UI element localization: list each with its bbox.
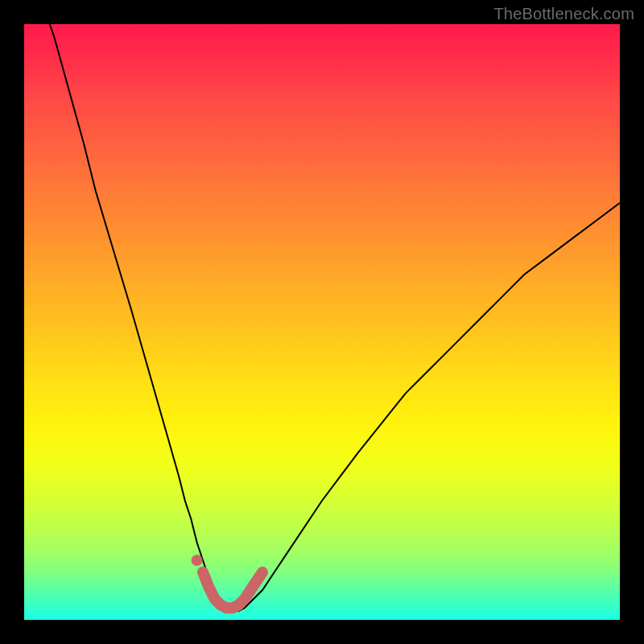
marker-dot-icon (192, 555, 203, 566)
chart-svg (24, 24, 620, 620)
chart-frame: TheBottleneck.com (0, 0, 644, 644)
bottleneck-marker (203, 572, 262, 608)
plot-area (24, 24, 620, 620)
watermark-text: TheBottleneck.com (493, 5, 634, 23)
bottleneck-curve (24, 24, 620, 611)
